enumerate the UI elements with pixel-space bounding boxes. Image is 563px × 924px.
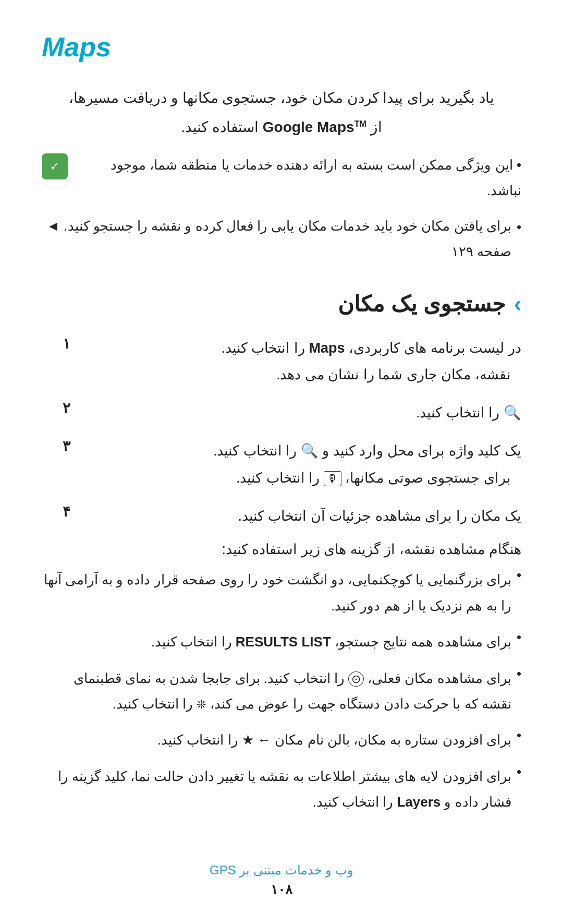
step-number-1: ۱	[42, 335, 70, 352]
sub-bullet-2: • برای مشاهده همه نتایج جستجو، RESULTS L…	[42, 629, 521, 655]
step-1: در لیست برنامه های کاربردی، Maps را انتخ…	[42, 335, 521, 389]
sub-bullet-1: • برای بزرگنمایی یا کوچکنمایی، دو انگشت …	[42, 567, 521, 619]
footer-page-number: ۱۰۸	[0, 882, 563, 898]
sub-bullets: • برای بزرگنمایی یا کوچکنمایی، دو انگشت …	[42, 567, 521, 815]
compass-icon: ❊	[197, 698, 206, 711]
tip-intro: هنگام مشاهده نقشه، از گزینه های زیر استف…	[42, 541, 521, 558]
sub-bullet-5: • برای افزودن لایه های بیشتر اطلاعات به …	[42, 764, 521, 815]
step-3-subtext: برای جستجوی صوتی مکانها، 🎙 را انتخاب کنی…	[70, 465, 521, 491]
location-circle-icon: ⊙	[348, 671, 364, 687]
steps-section: در لیست برنامه های کاربردی، Maps را انتخ…	[42, 335, 521, 815]
intro-section: یاد بگیرید برای پیدا کردن مکان خود، جستج…	[42, 83, 521, 265]
mic-icon: 🎙	[324, 471, 341, 486]
step-2: 🔍 را انتخاب کنید. ۲	[42, 400, 521, 426]
step-1-text: در لیست برنامه های کاربردی، Maps را انتخ…	[70, 335, 521, 362]
bullet-item-1: • این ویژگی ممکن است بسته به ارائه دهنده…	[42, 152, 521, 204]
intro-main-text: یاد بگیرید برای پیدا کردن مکان خود، جستج…	[42, 83, 521, 142]
step-number-2: ۲	[42, 400, 70, 417]
sub-bullet-3: • برای مشاهده مکان فعلی، ⊙ را انتخاب کنی…	[42, 666, 521, 717]
page-title: Maps	[42, 31, 521, 63]
bullet-item-2: • برای یافتن مکان خود باید خدمات مکان یا…	[42, 213, 521, 265]
bullet-2-text: برای یافتن مکان خود باید خدمات مکان یابی…	[42, 213, 511, 265]
page-container: Maps یاد بگیرید برای پیدا کردن مکان خود،…	[0, 0, 563, 924]
footer-text: وب و خدمات مبتنی بر GPS	[0, 863, 563, 878]
chevron-icon: ›	[514, 292, 521, 316]
step-number-3: ۳	[42, 438, 70, 455]
bullet-1-text: این ویژگی ممکن است بسته به ارائه دهنده خ…	[111, 157, 521, 198]
step-4-text: یک مکان را برای مشاهده جزئیات آن انتخاب …	[70, 503, 521, 530]
step-4: یک مکان را برای مشاهده جزئیات آن انتخاب …	[42, 503, 521, 530]
step-1-subtext: نقشه، مکان جاری شما را نشان می دهد.	[70, 362, 521, 388]
step-3: یک کلید واژه برای محل وارد کنید و 🔍 را ا…	[42, 438, 521, 491]
section-title: جستجوی یک مکان	[338, 292, 505, 316]
step-2-text: 🔍 را انتخاب کنید.	[70, 400, 521, 426]
footer-section: وب و خدمات مبتنی بر GPS ۱۰۸	[0, 863, 563, 898]
step-3-text: یک کلید واژه برای محل وارد کنید و 🔍 را ا…	[70, 438, 521, 464]
info-icon	[42, 153, 68, 179]
step-number-4: ۴	[42, 503, 70, 520]
sub-bullet-4: • برای افزودن ستاره به مکان، بالن نام مک…	[42, 727, 521, 753]
star-icon: ★	[242, 732, 254, 748]
section-header: › جستجوی یک مکان	[42, 291, 521, 317]
